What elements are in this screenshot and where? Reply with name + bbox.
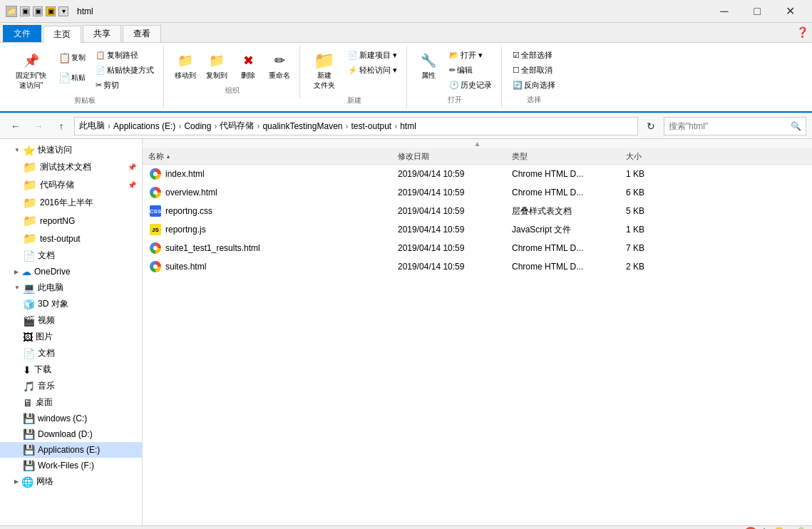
rename-button[interactable]: ✏ 重命名 [265,48,294,83]
col-header-size[interactable]: 大小 [626,151,683,162]
col-header-type[interactable]: 类型 [512,151,626,162]
sidebar-item-windows-c[interactable]: 💾 windows (C:) [0,411,142,426]
pin-button[interactable]: 📌 固定到"快速访问" [11,48,51,93]
js-file-icon: JS [148,222,163,237]
tab-file[interactable]: 文件 [3,25,41,42]
table-row[interactable]: CSS reportng.css 2019/04/14 10:59 层叠样式表文… [143,202,812,220]
edit-button[interactable]: ✏编辑 [446,63,495,77]
sidebar-item-music[interactable]: 🎵 音乐 [0,378,142,394]
sidebar-item-test-output[interactable]: 📁 test-output [0,230,142,247]
quick-access-dropdown[interactable]: ▾ [58,6,68,16]
onedrive-icon: ☁ [21,266,31,277]
move-to-button[interactable]: 📁 移动到 [171,48,200,83]
file-type: Chrome HTML D... [512,262,626,272]
close-button[interactable]: ✕ [774,0,806,23]
paste-shortcut-button[interactable]: 📄粘贴快捷方式 [92,63,158,77]
table-row[interactable]: suite1_test1_results.html 2019/04/14 10:… [143,239,812,257]
file-date: 2019/04/14 10:59 [398,225,512,235]
videos-icon: 🎬 [23,315,35,327]
tab-share[interactable]: 共享 [83,25,121,42]
file-name-cell: overview.html [148,185,398,200]
tab-home[interactable]: 主页 [43,26,81,43]
properties-button[interactable]: 🔧 属性 [414,48,443,83]
sidebar-item-3d[interactable]: 🧊 3D 对象 [0,296,142,312]
sidebar-item-desktop[interactable]: 🖥 桌面 [0,394,142,411]
easy-access-icon: ⚡ [348,66,358,75]
open-icon: 📂 [449,51,459,60]
drive-c-icon: 💾 [23,413,35,424]
sidebar-item-code-storage[interactable]: 📁 代码存储 📌 [0,176,142,194]
sidebar-item-pictures[interactable]: 🖼 图片 [0,329,142,345]
sogou-icon: S [744,527,758,530]
folder-icon: 📁 [23,160,37,174]
move-to-icon: 📁 [175,51,195,71]
table-row[interactable]: suites.html 2019/04/14 10:59 Chrome HTML… [143,257,812,276]
easy-access-button[interactable]: ⚡轻松访问 ▾ [344,63,401,77]
sidebar-item-documents-link[interactable]: 📄 文档 [0,247,142,264]
new-item-button[interactable]: 📄新建项目 ▾ [344,48,401,62]
file-date: 2019/04/14 10:59 [398,188,512,197]
up-button[interactable]: ↑ [51,116,71,136]
title-bar-left: 📁 ▣ ▣ ▣ ▾ html [6,6,93,17]
sidebar-item-applications-e[interactable]: 💾 Applications (E:) [0,442,142,458]
status-bar: 6 个项目 https://blog.c... S 中• 😊 ✏ 🔋 [0,525,812,529]
sidebar-item-quick-access[interactable]: ▼ ⭐ 快速访问 [0,142,142,158]
open-button[interactable]: 📂打开 ▾ [446,48,495,62]
address-path[interactable]: 此电脑 › Applications (E:) › Coding › 代码存储 … [74,117,638,135]
sidebar-item-reportng[interactable]: 📁 reportNG [0,212,142,230]
ribbon-group-open: 🔧 属性 📂打开 ▾ ✏编辑 🕐历史记录 打开 [408,46,502,108]
sidebar-item-downloads[interactable]: ⬇ 下载 [0,361,142,378]
history-button[interactable]: 🕐历史记录 [446,78,495,92]
documents-icon: 📄 [23,348,35,359]
new-folder-button[interactable]: 📁 新建文件夹 [307,48,341,93]
file-date: 2019/04/14 10:59 [398,206,512,216]
sidebar-item-documents[interactable]: 📄 文档 [0,345,142,361]
file-list-header: 名称 ▲ 修改日期 类型 大小 [143,149,812,165]
network-icon: 🌐 [21,476,34,488]
sidebar-item-work-files-f[interactable]: 💾 Work-Files (F:) [0,458,142,473]
table-row[interactable]: index.html 2019/04/14 10:59 Chrome HTML … [143,165,812,183]
back-button[interactable]: ← [6,116,26,136]
file-size: 5 KB [626,206,683,216]
copy-to-button[interactable]: 📁 复制到 [202,48,231,83]
col-header-date[interactable]: 修改日期 [398,151,512,162]
ribbon-help[interactable]: ❓ [792,22,812,42]
search-box[interactable]: 🔍 [664,117,806,135]
minimize-button[interactable]: ─ [708,0,741,23]
sidebar-item-videos[interactable]: 🎬 视频 [0,312,142,329]
quick-access-icon2[interactable]: ▣ [33,6,43,16]
ribbon-tabs: 文件 主页 共享 查看 ❓ [0,23,812,43]
col-header-name[interactable]: 名称 ▲ [148,151,398,162]
quick-access-icon3[interactable]: ▣ [46,6,56,16]
sidebar-item-2016[interactable]: 📁 2016年上半年 [0,194,142,212]
file-size: 1 KB [626,225,683,235]
tab-view[interactable]: 查看 [123,25,161,42]
path-html: html [400,121,416,131]
invert-selection-button[interactable]: 🔄反向选择 [509,78,559,92]
search-input[interactable] [669,121,788,131]
sidebar-item-onedrive[interactable]: ▶ ☁ OneDrive [0,264,142,279]
sidebar-item-network[interactable]: ▶ 🌐 网络 [0,473,142,490]
drive-d-icon: 💾 [23,428,35,440]
cut-button[interactable]: ✂剪切 [92,78,158,92]
copy-path-button[interactable]: 📋复制路径 [92,48,158,62]
address-bar: ← → ↑ 此电脑 › Applications (E:) › Coding ›… [0,113,812,139]
select-all-button[interactable]: ☑全部选择 [509,48,559,62]
table-row[interactable]: overview.html 2019/04/14 10:59 Chrome HT… [143,183,812,202]
sidebar-item-tech-docs[interactable]: 📁 测试技术文档 📌 [0,158,142,176]
copy-button[interactable]: 📋 复制 [53,48,89,67]
chrome-icon [148,241,163,255]
deselect-all-button[interactable]: ☐全部取消 [509,63,559,77]
sidebar-item-this-pc[interactable]: ▼ 💻 此电脑 [0,279,142,296]
quick-access-icon1[interactable]: ▣ [20,6,30,16]
maximize-button[interactable]: □ [741,0,774,23]
new-label: 新建 [347,93,361,106]
table-row[interactable]: JS reportng.js 2019/04/14 10:59 JavaScri… [143,220,812,239]
refresh-button[interactable]: ↻ [641,116,661,136]
forward-button[interactable]: → [29,116,48,136]
clipboard-label: 剪贴板 [74,93,96,106]
delete-button[interactable]: ✖ 删除 [234,48,262,83]
sidebar-item-download-d[interactable]: 💾 Download (D:) [0,426,142,442]
paste-button[interactable]: 📄 粘贴 [53,68,89,87]
file-date: 2019/04/14 10:59 [398,169,512,179]
